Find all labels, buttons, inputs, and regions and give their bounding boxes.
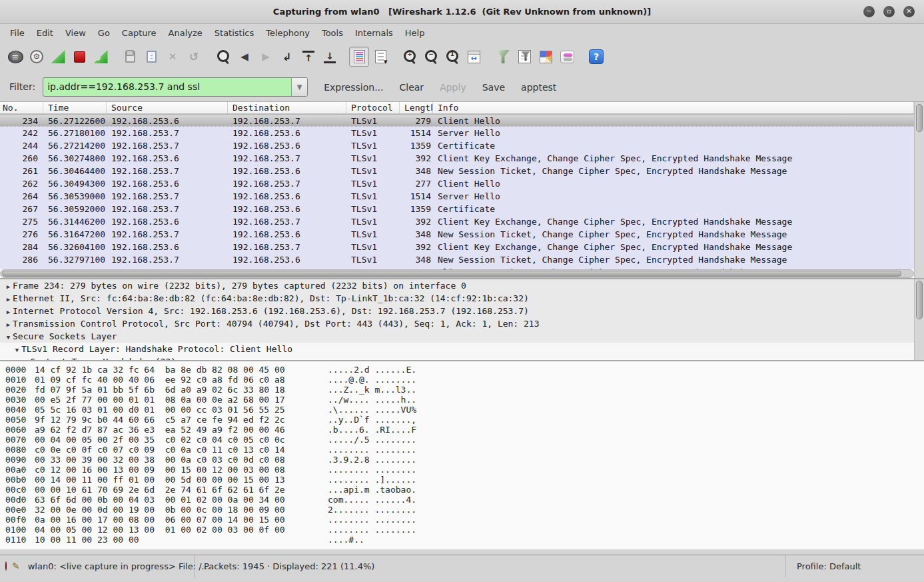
capture-options-button[interactable] bbox=[27, 47, 47, 67]
packet-row[interactable]: 28456.32604100192.168.253.6192.168.253.7… bbox=[0, 241, 914, 253]
horizontal-scrollbar-thumb[interactable] bbox=[2, 271, 901, 277]
go-bottom-button[interactable] bbox=[320, 47, 340, 67]
filter-dropdown-button[interactable]: ▼ bbox=[291, 78, 307, 96]
zoom-in-button[interactable] bbox=[400, 47, 420, 67]
expander-collapsed-icon[interactable]: ▶ bbox=[4, 319, 13, 330]
hex-row[interactable]: 00e032 00 0e 00 0d 00 19 00 0b 00 0c 00 … bbox=[5, 505, 924, 515]
packet-row[interactable]: 26056.30274800192.168.253.6192.168.253.7… bbox=[0, 152, 914, 165]
column-header-destination[interactable]: Destination bbox=[228, 102, 346, 113]
find-button[interactable] bbox=[213, 47, 233, 67]
menu-view[interactable]: View bbox=[59, 26, 92, 40]
save-filter-button[interactable]: Save bbox=[482, 82, 505, 93]
menu-file[interactable]: File bbox=[4, 26, 31, 40]
hex-row[interactable]: 003000 e5 2f 77 00 00 01 01 08 0a 00 0e … bbox=[5, 395, 924, 405]
menu-edit[interactable]: Edit bbox=[31, 26, 59, 40]
capture-filter-button[interactable] bbox=[493, 47, 513, 67]
zoom-100-button[interactable] bbox=[442, 47, 462, 67]
hex-row[interactable]: 004005 5c 16 03 01 00 d0 01 00 00 cc 03 … bbox=[5, 405, 924, 415]
expander-collapsed-icon[interactable]: ▶ bbox=[4, 306, 13, 317]
packet-list-horizontal-scrollbar[interactable] bbox=[0, 269, 914, 278]
detail-row[interactable]: ▶Internet Protocol Version 4, Src: 192.1… bbox=[0, 305, 914, 317]
hex-row[interactable]: 00509f 12 79 9c b0 44 60 66 c5 a7 ce fe … bbox=[5, 415, 924, 425]
packet-row[interactable]: 26156.30464400192.168.253.7192.168.253.6… bbox=[0, 165, 914, 177]
help-button[interactable] bbox=[586, 47, 606, 67]
expander-collapsed-icon[interactable]: ▶ bbox=[4, 281, 13, 292]
hex-row[interactable]: 010004 00 05 00 12 00 13 00 01 00 02 00 … bbox=[5, 525, 924, 535]
packet-row[interactable]: 27656.31647200192.168.253.7192.168.253.6… bbox=[0, 228, 914, 241]
detail-row[interactable]: ▶Frame 234: 279 bytes on wire (2232 bits… bbox=[0, 279, 914, 292]
menu-statistics[interactable]: Statistics bbox=[209, 26, 260, 40]
details-vertical-scrollbar[interactable] bbox=[914, 279, 924, 360]
status-profile-section[interactable]: Profile: Default bbox=[786, 555, 924, 577]
column-header-protocol[interactable]: Protocol bbox=[346, 102, 400, 113]
save-button[interactable] bbox=[141, 47, 161, 67]
goto-packet-button[interactable] bbox=[277, 47, 297, 67]
apptest-filter-button[interactable]: apptest bbox=[521, 82, 556, 93]
packet-row[interactable]: 24256.27180100192.168.253.7192.168.253.6… bbox=[0, 127, 914, 139]
packet-list-vertical-scrollbar[interactable] bbox=[914, 102, 924, 278]
expander-expanded-icon[interactable]: ▼ bbox=[13, 344, 21, 355]
hex-row[interactable]: 007000 04 00 05 00 2f 00 35 c0 02 c0 04 … bbox=[5, 435, 924, 445]
auto-scroll-button[interactable] bbox=[370, 47, 390, 67]
preferences-button[interactable] bbox=[557, 47, 577, 67]
hex-row[interactable]: 00c000 00 10 61 70 69 2e 6d 2e 74 61 6f … bbox=[5, 485, 924, 495]
expander-collapsed-icon[interactable]: ▶ bbox=[4, 293, 13, 305]
packet-row[interactable]: 26256.30494300192.168.253.6192.168.253.7… bbox=[0, 177, 914, 190]
detail-row[interactable]: ▼Secure Sockets Layer bbox=[0, 330, 914, 343]
column-header-info[interactable]: Info bbox=[433, 102, 914, 113]
maximize-window-button[interactable]: ▫ bbox=[883, 6, 895, 17]
column-header-no[interactable]: No. bbox=[0, 102, 43, 113]
coloring-rules-button[interactable] bbox=[536, 47, 556, 67]
go-top-button[interactable] bbox=[298, 47, 318, 67]
minimize-window-button[interactable]: − bbox=[863, 6, 875, 17]
detail-row[interactable]: Content Type: Handshake (22) bbox=[0, 355, 914, 360]
menu-telephony[interactable]: Telephony bbox=[260, 26, 316, 40]
hex-row[interactable]: 009000 33 00 39 00 32 00 38 00 0a c0 03 … bbox=[5, 455, 924, 465]
hex-row[interactable]: 00f00a 00 16 00 17 00 08 00 06 00 07 00 … bbox=[5, 515, 924, 525]
hex-row[interactable]: 000014 cf 92 1b ca 32 fc 64 ba 8e db 82 … bbox=[5, 365, 924, 375]
capture-comment-icon[interactable]: ✎ bbox=[12, 561, 20, 571]
close-window-button[interactable]: ✕ bbox=[903, 6, 915, 17]
detail-row[interactable]: ▶Ethernet II, Src: fc:64:ba:8e:db:82 (fc… bbox=[0, 292, 914, 305]
capture-restart-button[interactable] bbox=[91, 47, 111, 67]
hex-row[interactable]: 00b000 14 00 11 00 ff 01 00 00 5d 00 00 … bbox=[5, 475, 924, 485]
menu-capture[interactable]: Capture bbox=[116, 26, 163, 40]
packet-row[interactable]: 23456.27122600192.168.253.6192.168.253.7… bbox=[0, 114, 914, 127]
menu-tools[interactable]: Tools bbox=[316, 26, 349, 40]
packet-row[interactable]: 26456.30539000192.168.253.7192.168.253.6… bbox=[0, 190, 914, 203]
hex-row[interactable]: 011010 00 11 00 23 00 00....#.. bbox=[5, 535, 924, 545]
hex-row[interactable]: 00d063 6f 6d 00 0b 00 04 03 00 01 02 00 … bbox=[5, 495, 924, 505]
menu-analyze[interactable]: Analyze bbox=[163, 26, 209, 40]
details-scrollbar-thumb[interactable] bbox=[916, 281, 923, 319]
hex-row[interactable]: 0020fd 07 9f 5a 01 bb 5f 6b 6d a0 a9 02 … bbox=[5, 385, 924, 395]
column-header-source[interactable]: Source bbox=[107, 102, 228, 113]
open-button[interactable] bbox=[120, 47, 140, 67]
expander-expanded-icon[interactable]: ▼ bbox=[4, 331, 13, 343]
capture-start-button[interactable] bbox=[48, 47, 68, 67]
hex-row[interactable]: 00a0c0 12 00 16 00 13 00 09 00 15 00 12 … bbox=[5, 465, 924, 475]
expression-button[interactable]: Expression... bbox=[324, 82, 383, 93]
column-header-length[interactable]: Length bbox=[400, 102, 433, 113]
detail-row[interactable]: ▶Transmission Control Protocol, Src Port… bbox=[0, 317, 914, 330]
packet-row[interactable]: 28656.32797100192.168.253.7192.168.253.6… bbox=[0, 253, 914, 266]
hex-row[interactable]: 001001 09 cf fc 40 00 40 06 ee 92 c0 a8 … bbox=[5, 375, 924, 385]
resize-columns-button[interactable] bbox=[464, 47, 484, 67]
filter-input[interactable] bbox=[43, 78, 291, 96]
capture-stop-button[interactable] bbox=[69, 47, 89, 67]
zoom-out-button[interactable] bbox=[421, 47, 441, 67]
detail-row[interactable]: ▼TLSv1 Record Layer: Handshake Protocol:… bbox=[0, 343, 914, 355]
menu-help[interactable]: Help bbox=[399, 26, 431, 40]
colorize-button[interactable] bbox=[349, 47, 369, 67]
expert-info-icon[interactable] bbox=[5, 561, 7, 571]
menu-internals[interactable]: Internals bbox=[349, 26, 399, 40]
packet-row[interactable]: 27556.31446200192.168.253.6192.168.253.7… bbox=[0, 215, 914, 228]
vertical-scrollbar-thumb[interactable] bbox=[916, 104, 923, 132]
packet-row[interactable]: 26756.30592000192.168.253.7192.168.253.6… bbox=[0, 203, 914, 215]
menu-go[interactable]: Go bbox=[92, 26, 116, 40]
hex-row[interactable]: 0060a9 62 f2 d7 87 ac 36 e3 ea 52 49 a9 … bbox=[5, 425, 924, 435]
packet-row[interactable]: 24456.27214200192.168.253.7192.168.253.6… bbox=[0, 139, 914, 152]
interfaces-button[interactable] bbox=[5, 47, 25, 67]
back-button[interactable] bbox=[234, 47, 254, 67]
display-filter-button[interactable] bbox=[514, 47, 534, 67]
column-header-time[interactable]: Time bbox=[43, 102, 107, 113]
